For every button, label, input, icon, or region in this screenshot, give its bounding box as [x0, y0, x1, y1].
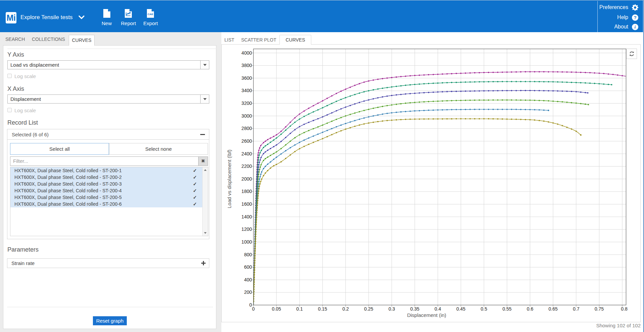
svg-text:1000: 1000 — [241, 239, 252, 245]
svg-text:2400: 2400 — [241, 151, 252, 156]
svg-text:0.3: 0.3 — [388, 306, 395, 312]
svg-text:0.15: 0.15 — [318, 306, 327, 312]
svg-text:0.8: 0.8 — [621, 306, 628, 312]
svg-text:800: 800 — [244, 252, 252, 257]
svg-text:400: 400 — [244, 277, 252, 282]
svg-text:1400: 1400 — [241, 214, 252, 219]
svg-text:0: 0 — [249, 302, 252, 308]
svg-text:3600: 3600 — [241, 75, 252, 81]
svg-text:0.45: 0.45 — [456, 306, 465, 312]
svg-text:0.1: 0.1 — [296, 306, 303, 312]
svg-text:0.35: 0.35 — [410, 306, 419, 312]
svg-text:Load vs displacement (lbf): Load vs displacement (lbf) — [226, 149, 232, 208]
svg-text:200: 200 — [244, 289, 252, 295]
svg-text:3400: 3400 — [241, 88, 252, 93]
svg-text:1200: 1200 — [241, 226, 252, 232]
svg-text:2200: 2200 — [241, 163, 252, 169]
svg-text:0.4: 0.4 — [435, 306, 441, 312]
svg-text:Displacement (in): Displacement (in) — [407, 312, 446, 318]
svg-text:2000: 2000 — [241, 176, 252, 182]
svg-text:1600: 1600 — [241, 201, 252, 207]
svg-text:0.55: 0.55 — [502, 306, 512, 312]
svg-text:3000: 3000 — [241, 113, 252, 119]
svg-text:3200: 3200 — [241, 101, 252, 106]
svg-text:0: 0 — [252, 306, 255, 312]
svg-text:0.5: 0.5 — [481, 306, 487, 312]
svg-text:0.75: 0.75 — [595, 306, 604, 312]
svg-text:4000: 4000 — [241, 50, 252, 56]
svg-text:0.2: 0.2 — [342, 306, 349, 312]
svg-text:3800: 3800 — [241, 63, 252, 68]
svg-text:0.25: 0.25 — [364, 306, 373, 312]
svg-text:0.7: 0.7 — [573, 306, 580, 312]
svg-text:1800: 1800 — [241, 189, 252, 194]
svg-text:0.65: 0.65 — [548, 306, 557, 312]
svg-text:0.05: 0.05 — [272, 306, 281, 312]
svg-text:2600: 2600 — [241, 138, 252, 144]
svg-text:2800: 2800 — [241, 126, 252, 131]
svg-text:0.6: 0.6 — [527, 306, 533, 312]
svg-text:600: 600 — [244, 264, 252, 270]
